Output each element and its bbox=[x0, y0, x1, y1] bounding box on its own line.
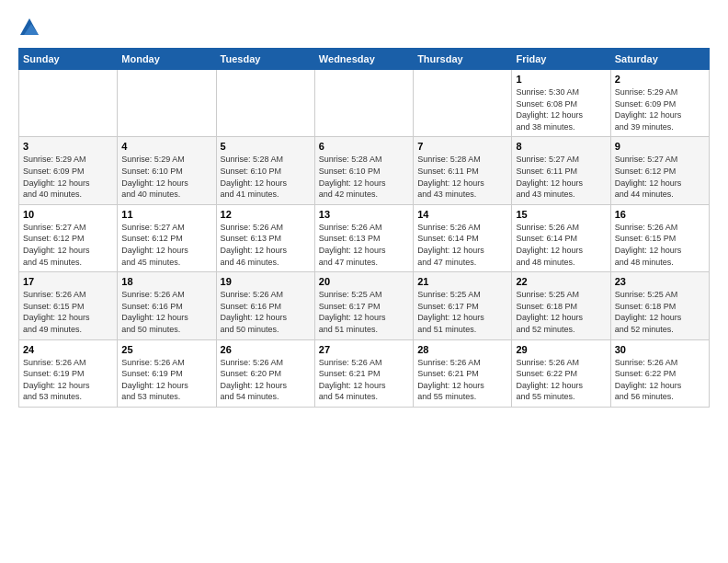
day-number: 10 bbox=[23, 209, 113, 220]
day-info: Sunrise: 5:29 AM Sunset: 6:09 PM Dayligh… bbox=[23, 154, 113, 200]
weekday-header: Thursday bbox=[414, 49, 512, 70]
day-info: Sunrise: 5:26 AM Sunset: 6:16 PM Dayligh… bbox=[121, 289, 211, 335]
calendar-week-row: 24Sunrise: 5:26 AM Sunset: 6:19 PM Dayli… bbox=[19, 339, 710, 407]
day-number: 20 bbox=[319, 276, 409, 287]
logo-icon bbox=[18, 17, 40, 39]
day-info: Sunrise: 5:27 AM Sunset: 6:12 PM Dayligh… bbox=[23, 222, 113, 268]
weekday-header: Tuesday bbox=[216, 49, 314, 70]
calendar-cell: 8Sunrise: 5:27 AM Sunset: 6:11 PM Daylig… bbox=[512, 137, 610, 204]
calendar-week-row: 17Sunrise: 5:26 AM Sunset: 6:15 PM Dayli… bbox=[19, 272, 710, 339]
day-info: Sunrise: 5:26 AM Sunset: 6:19 PM Dayligh… bbox=[23, 357, 113, 403]
calendar-cell: 18Sunrise: 5:26 AM Sunset: 6:16 PM Dayli… bbox=[118, 272, 216, 339]
day-info: Sunrise: 5:28 AM Sunset: 6:10 PM Dayligh… bbox=[221, 154, 311, 200]
day-number: 16 bbox=[615, 209, 705, 220]
day-info: Sunrise: 5:26 AM Sunset: 6:19 PM Dayligh… bbox=[121, 357, 211, 403]
calendar-cell: 10Sunrise: 5:27 AM Sunset: 6:12 PM Dayli… bbox=[19, 204, 118, 271]
day-number: 13 bbox=[319, 209, 409, 220]
calendar-cell: 12Sunrise: 5:26 AM Sunset: 6:13 PM Dayli… bbox=[216, 204, 314, 271]
day-info: Sunrise: 5:26 AM Sunset: 6:22 PM Dayligh… bbox=[516, 357, 606, 403]
day-info: Sunrise: 5:26 AM Sunset: 6:16 PM Dayligh… bbox=[221, 289, 311, 335]
day-number: 21 bbox=[417, 276, 507, 287]
day-number: 19 bbox=[221, 276, 311, 287]
calendar-cell: 30Sunrise: 5:26 AM Sunset: 6:22 PM Dayli… bbox=[610, 339, 709, 407]
calendar-cell: 25Sunrise: 5:26 AM Sunset: 6:19 PM Dayli… bbox=[118, 339, 216, 407]
weekday-header: Saturday bbox=[610, 49, 709, 70]
calendar-cell: 24Sunrise: 5:26 AM Sunset: 6:19 PM Dayli… bbox=[19, 339, 118, 407]
day-number: 30 bbox=[615, 344, 705, 355]
day-info: Sunrise: 5:26 AM Sunset: 6:21 PM Dayligh… bbox=[319, 357, 409, 403]
calendar-cell: 17Sunrise: 5:26 AM Sunset: 6:15 PM Dayli… bbox=[19, 272, 118, 339]
day-info: Sunrise: 5:26 AM Sunset: 6:13 PM Dayligh… bbox=[319, 222, 409, 268]
day-number: 17 bbox=[23, 276, 113, 287]
calendar-cell bbox=[414, 70, 512, 137]
calendar-cell: 19Sunrise: 5:26 AM Sunset: 6:16 PM Dayli… bbox=[216, 272, 314, 339]
day-number: 9 bbox=[615, 141, 705, 152]
day-info: Sunrise: 5:25 AM Sunset: 6:18 PM Dayligh… bbox=[615, 289, 705, 335]
calendar-week-row: 10Sunrise: 5:27 AM Sunset: 6:12 PM Dayli… bbox=[19, 204, 710, 271]
calendar-week-row: 3Sunrise: 5:29 AM Sunset: 6:09 PM Daylig… bbox=[19, 137, 710, 204]
day-number: 14 bbox=[417, 209, 507, 220]
calendar-cell: 20Sunrise: 5:25 AM Sunset: 6:17 PM Dayli… bbox=[314, 272, 413, 339]
calendar-cell bbox=[314, 70, 413, 137]
calendar-header: SundayMondayTuesdayWednesdayThursdayFrid… bbox=[19, 49, 710, 70]
calendar-cell: 13Sunrise: 5:26 AM Sunset: 6:13 PM Dayli… bbox=[314, 204, 413, 271]
calendar-cell: 1Sunrise: 5:30 AM Sunset: 6:08 PM Daylig… bbox=[512, 70, 610, 137]
calendar-cell: 3Sunrise: 5:29 AM Sunset: 6:09 PM Daylig… bbox=[19, 137, 118, 204]
calendar-cell: 6Sunrise: 5:28 AM Sunset: 6:10 PM Daylig… bbox=[314, 137, 413, 204]
day-number: 15 bbox=[516, 209, 606, 220]
day-number: 1 bbox=[516, 74, 606, 85]
day-info: Sunrise: 5:26 AM Sunset: 6:15 PM Dayligh… bbox=[23, 289, 113, 335]
weekday-header: Sunday bbox=[19, 49, 118, 70]
day-number: 25 bbox=[121, 344, 211, 355]
day-number: 7 bbox=[417, 141, 507, 152]
calendar-cell: 27Sunrise: 5:26 AM Sunset: 6:21 PM Dayli… bbox=[314, 339, 413, 407]
calendar-cell: 14Sunrise: 5:26 AM Sunset: 6:14 PM Dayli… bbox=[414, 204, 512, 271]
day-number: 24 bbox=[23, 344, 113, 355]
calendar-cell: 5Sunrise: 5:28 AM Sunset: 6:10 PM Daylig… bbox=[216, 137, 314, 204]
day-info: Sunrise: 5:26 AM Sunset: 6:21 PM Dayligh… bbox=[417, 357, 507, 403]
weekday-header: Wednesday bbox=[314, 49, 413, 70]
day-info: Sunrise: 5:29 AM Sunset: 6:09 PM Dayligh… bbox=[615, 86, 705, 132]
day-number: 2 bbox=[615, 74, 705, 85]
calendar-cell: 21Sunrise: 5:25 AM Sunset: 6:17 PM Dayli… bbox=[414, 272, 512, 339]
calendar-cell: 26Sunrise: 5:26 AM Sunset: 6:20 PM Dayli… bbox=[216, 339, 314, 407]
calendar-cell: 28Sunrise: 5:26 AM Sunset: 6:21 PM Dayli… bbox=[414, 339, 512, 407]
day-info: Sunrise: 5:26 AM Sunset: 6:15 PM Dayligh… bbox=[615, 222, 705, 268]
day-number: 23 bbox=[615, 276, 705, 287]
calendar-cell bbox=[118, 70, 216, 137]
day-info: Sunrise: 5:28 AM Sunset: 6:11 PM Dayligh… bbox=[417, 154, 507, 200]
calendar-cell: 23Sunrise: 5:25 AM Sunset: 6:18 PM Dayli… bbox=[610, 272, 709, 339]
day-info: Sunrise: 5:27 AM Sunset: 6:12 PM Dayligh… bbox=[121, 222, 211, 268]
calendar-cell: 4Sunrise: 5:29 AM Sunset: 6:10 PM Daylig… bbox=[118, 137, 216, 204]
day-info: Sunrise: 5:26 AM Sunset: 6:14 PM Dayligh… bbox=[417, 222, 507, 268]
day-number: 4 bbox=[121, 141, 211, 152]
day-info: Sunrise: 5:26 AM Sunset: 6:13 PM Dayligh… bbox=[221, 222, 311, 268]
day-info: Sunrise: 5:25 AM Sunset: 6:17 PM Dayligh… bbox=[319, 289, 409, 335]
day-number: 26 bbox=[221, 344, 311, 355]
calendar-cell: 29Sunrise: 5:26 AM Sunset: 6:22 PM Dayli… bbox=[512, 339, 610, 407]
day-number: 12 bbox=[221, 209, 311, 220]
page-header bbox=[18, 15, 710, 39]
day-info: Sunrise: 5:30 AM Sunset: 6:08 PM Dayligh… bbox=[516, 86, 606, 132]
weekday-row: SundayMondayTuesdayWednesdayThursdayFrid… bbox=[19, 49, 710, 70]
calendar-page: SundayMondayTuesdayWednesdayThursdayFrid… bbox=[0, 0, 728, 417]
day-info: Sunrise: 5:27 AM Sunset: 6:12 PM Dayligh… bbox=[615, 154, 705, 200]
calendar-cell bbox=[19, 70, 118, 137]
day-number: 27 bbox=[319, 344, 409, 355]
day-info: Sunrise: 5:25 AM Sunset: 6:18 PM Dayligh… bbox=[516, 289, 606, 335]
day-number: 6 bbox=[319, 141, 409, 152]
day-number: 3 bbox=[23, 141, 113, 152]
calendar-cell: 22Sunrise: 5:25 AM Sunset: 6:18 PM Dayli… bbox=[512, 272, 610, 339]
logo bbox=[18, 15, 44, 39]
calendar-table: SundayMondayTuesdayWednesdayThursdayFrid… bbox=[18, 48, 710, 408]
calendar-cell: 11Sunrise: 5:27 AM Sunset: 6:12 PM Dayli… bbox=[118, 204, 216, 271]
calendar-cell: 7Sunrise: 5:28 AM Sunset: 6:11 PM Daylig… bbox=[414, 137, 512, 204]
calendar-cell: 16Sunrise: 5:26 AM Sunset: 6:15 PM Dayli… bbox=[610, 204, 709, 271]
day-number: 5 bbox=[221, 141, 311, 152]
day-number: 11 bbox=[121, 209, 211, 220]
day-info: Sunrise: 5:28 AM Sunset: 6:10 PM Dayligh… bbox=[319, 154, 409, 200]
day-info: Sunrise: 5:25 AM Sunset: 6:17 PM Dayligh… bbox=[417, 289, 507, 335]
day-number: 29 bbox=[516, 344, 606, 355]
day-number: 8 bbox=[516, 141, 606, 152]
day-info: Sunrise: 5:27 AM Sunset: 6:11 PM Dayligh… bbox=[516, 154, 606, 200]
